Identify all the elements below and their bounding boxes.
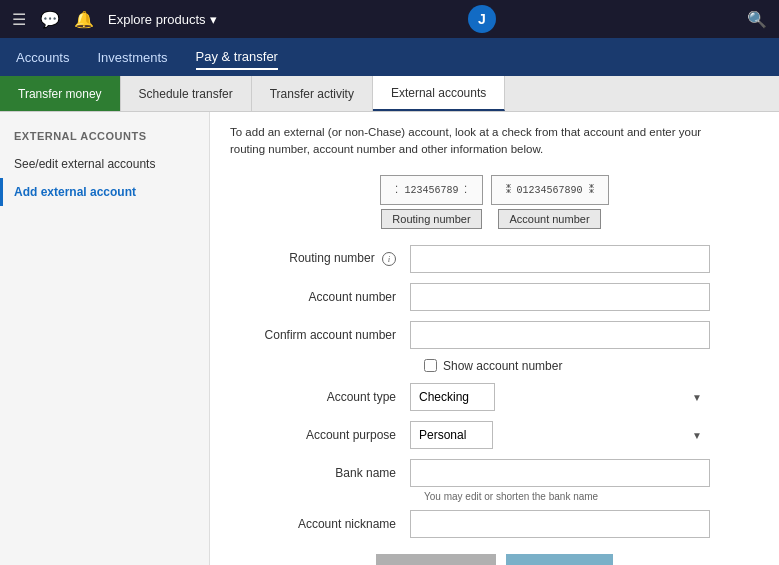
check-illustration: ⁚ 123456789 ⁚ Routing number ⁑ 012345678…	[230, 175, 759, 229]
show-account-row: Show account number	[424, 359, 759, 373]
button-row: Cancel Next	[230, 554, 759, 566]
tab-transfer-activity[interactable]: Transfer activity	[252, 76, 373, 111]
account-check-label: Account number	[498, 209, 600, 229]
routing-number-label: Routing number i	[230, 251, 410, 266]
routing-check-section: ⁚ 123456789 ⁚ Routing number	[380, 175, 482, 229]
bank-name-row: Bank name	[230, 459, 759, 487]
content-area: EXTERNAL ACCOUNTS See/edit external acco…	[0, 112, 779, 565]
routing-check-label: Routing number	[381, 209, 481, 229]
next-button[interactable]: Next	[506, 554, 613, 566]
account-number-row: Account number	[230, 283, 759, 311]
account-type-select[interactable]: Checking Savings	[410, 383, 495, 411]
explore-products-button[interactable]: Explore products ▾	[108, 12, 217, 27]
account-type-row: Account type Checking Savings ▼	[230, 383, 759, 411]
bank-name-helper: You may edit or shorten the bank name	[424, 491, 759, 502]
routing-number-row: Routing number i	[230, 245, 759, 273]
nav-pay-transfer[interactable]: Pay & transfer	[196, 45, 278, 70]
account-type-select-wrapper: Checking Savings ▼	[410, 383, 710, 411]
sidebar-item-add-external[interactable]: Add external account	[0, 178, 209, 206]
show-account-checkbox[interactable]	[424, 359, 437, 372]
intro-text: To add an external (or non-Chase) accoun…	[230, 124, 730, 159]
tab-schedule-transfer[interactable]: Schedule transfer	[121, 76, 252, 111]
sidebar: EXTERNAL ACCOUNTS See/edit external acco…	[0, 112, 210, 565]
routing-number-input[interactable]	[410, 245, 710, 273]
sidebar-item-see-edit[interactable]: See/edit external accounts	[0, 150, 209, 178]
account-nickname-input[interactable]	[410, 510, 710, 538]
chat-icon[interactable]: 💬	[40, 10, 60, 29]
account-nickname-label: Account nickname	[230, 517, 410, 531]
notification-icon[interactable]: 🔔	[74, 10, 94, 29]
nav-investments[interactable]: Investments	[97, 46, 167, 69]
nav-accounts[interactable]: Accounts	[16, 46, 69, 69]
main-nav: Accounts Investments Pay & transfer	[0, 38, 779, 76]
tab-bar: Transfer money Schedule transfer Transfe…	[0, 76, 779, 112]
tab-external-accounts[interactable]: External accounts	[373, 76, 505, 111]
main-content: To add an external (or non-Chase) accoun…	[210, 112, 779, 565]
bank-name-input[interactable]	[410, 459, 710, 487]
bank-name-label: Bank name	[230, 466, 410, 480]
cancel-button[interactable]: Cancel	[376, 554, 496, 566]
account-type-label: Account type	[230, 390, 410, 404]
account-purpose-select[interactable]: Personal Business	[410, 421, 493, 449]
confirm-account-input[interactable]	[410, 321, 710, 349]
account-check-section: ⁑ 01234567890 ⁑ Account number	[491, 175, 609, 229]
hamburger-icon[interactable]: ☰	[12, 10, 26, 29]
top-bar: ☰ 💬 🔔 Explore products ▾ J 🔍	[0, 0, 779, 38]
account-check-box: ⁑ 01234567890 ⁑	[491, 175, 609, 205]
account-nickname-row: Account nickname	[230, 510, 759, 538]
account-number-label: Account number	[230, 290, 410, 304]
confirm-account-row: Confirm account number	[230, 321, 759, 349]
chase-logo: J	[468, 5, 496, 33]
account-purpose-arrow-icon: ▼	[692, 429, 702, 440]
routing-info-icon[interactable]: i	[382, 252, 396, 266]
account-type-arrow-icon: ▼	[692, 391, 702, 402]
sidebar-header: EXTERNAL ACCOUNTS	[0, 126, 209, 150]
account-number-input[interactable]	[410, 283, 710, 311]
top-bar-left: ☰ 💬 🔔 Explore products ▾	[12, 10, 217, 29]
account-purpose-row: Account purpose Personal Business ▼	[230, 421, 759, 449]
show-account-checkbox-label[interactable]: Show account number	[443, 359, 562, 373]
account-purpose-select-wrapper: Personal Business ▼	[410, 421, 710, 449]
tab-transfer-money[interactable]: Transfer money	[0, 76, 121, 111]
search-icon[interactable]: 🔍	[747, 10, 767, 29]
routing-check-box: ⁚ 123456789 ⁚	[380, 175, 482, 205]
account-purpose-label: Account purpose	[230, 428, 410, 442]
confirm-account-label: Confirm account number	[230, 328, 410, 342]
